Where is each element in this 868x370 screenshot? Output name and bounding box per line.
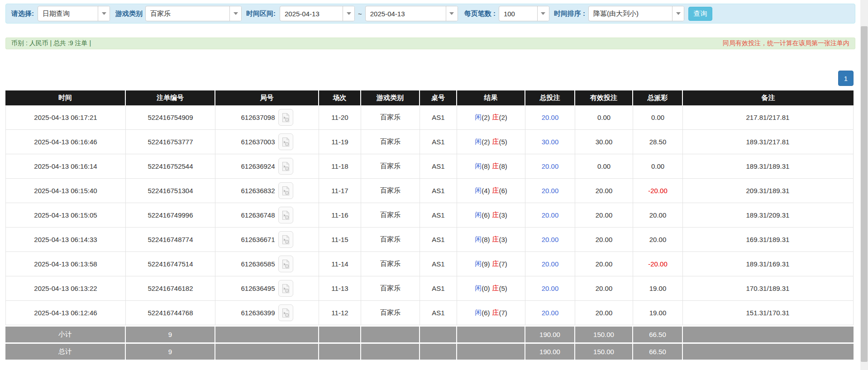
cell-time: 2025-04-13 06:15:40 bbox=[6, 179, 126, 203]
chevron-down-icon[interactable] bbox=[343, 6, 354, 21]
video-replay-button[interactable] bbox=[278, 109, 293, 126]
scrollbar-thumb[interactable] bbox=[861, 26, 868, 362]
cell-total-bet-link[interactable]: 20.00 bbox=[542, 162, 559, 170]
result-banker-label: 庄 bbox=[492, 162, 499, 171]
cell-session: 11-15 bbox=[319, 228, 361, 251]
total-cell-empty bbox=[361, 344, 420, 360]
cell-table-no: AS1 bbox=[420, 154, 457, 178]
header-game-type: 游戏类别 bbox=[361, 90, 420, 105]
cell-total-bet-link[interactable]: 20.00 bbox=[542, 114, 559, 121]
game-type-label: 游戏类别 bbox=[115, 9, 143, 18]
video-replay-button[interactable] bbox=[278, 256, 293, 272]
cell-game-type: 百家乐 bbox=[361, 203, 420, 227]
query-type-dropdown[interactable]: 日期查询 bbox=[38, 6, 110, 21]
video-icon bbox=[281, 161, 290, 171]
round-number: 612637003 bbox=[241, 138, 275, 146]
page-size-label: 每页笔数 : bbox=[464, 9, 496, 18]
table-header-row: 时间 注单编号 局号 场次 游戏类别 桌号 结果 总投注 有效投注 总派彩 备注 bbox=[5, 90, 854, 105]
result-banker-score: (7) bbox=[499, 309, 507, 317]
cell-bet-id: 522416744768 bbox=[126, 301, 215, 325]
time-range-label: 时间区间: bbox=[246, 9, 276, 18]
video-icon bbox=[281, 113, 290, 123]
cell-result: 闲(2)庄(2) bbox=[457, 105, 525, 129]
chevron-down-icon[interactable] bbox=[446, 6, 458, 21]
game-type-dropdown[interactable]: 百家乐 bbox=[145, 6, 242, 21]
video-replay-button[interactable] bbox=[278, 231, 293, 248]
cell-total-bet-link[interactable]: 20.00 bbox=[542, 260, 559, 268]
vertical-scrollbar[interactable] bbox=[860, 0, 868, 370]
cell-table-no: AS1 bbox=[420, 130, 457, 154]
cell-remark: 189.31/217.81 bbox=[683, 130, 853, 154]
cell-total-bet-link[interactable]: 20.00 bbox=[542, 309, 559, 317]
cell-game-type: 百家乐 bbox=[361, 154, 420, 178]
video-replay-button[interactable] bbox=[278, 280, 293, 297]
cell-remark: 189.31/209.31 bbox=[683, 203, 853, 227]
cell-result: 闲(2)庄(5) bbox=[457, 130, 525, 154]
cell-table-no: AS1 bbox=[420, 228, 457, 251]
cell-bet-id: 522416746182 bbox=[126, 276, 215, 300]
result-banker-label: 庄 bbox=[492, 186, 499, 195]
subtotal-total-payout: 66.50 bbox=[633, 327, 683, 342]
round-number: 612636671 bbox=[241, 236, 275, 243]
cell-session: 11-14 bbox=[319, 252, 361, 276]
date-from-input[interactable]: 2025-04-13 bbox=[280, 6, 355, 21]
pagination-page-1[interactable]: 1 bbox=[838, 71, 854, 86]
cell-bet-id: 522416752544 bbox=[126, 154, 215, 178]
cell-round-id: 612636671 bbox=[215, 228, 319, 251]
cell-valid-bet: 30.00 bbox=[575, 130, 633, 154]
round-number: 612636495 bbox=[241, 285, 275, 292]
cell-bet-id: 522416753777 bbox=[126, 130, 215, 154]
video-replay-button[interactable] bbox=[278, 182, 293, 199]
video-icon bbox=[281, 137, 290, 147]
result-player-label: 闲 bbox=[475, 260, 482, 268]
video-replay-button[interactable] bbox=[278, 207, 293, 223]
round-number: 612636924 bbox=[241, 162, 275, 170]
video-replay-button[interactable] bbox=[278, 304, 293, 321]
header-result: 结果 bbox=[457, 90, 525, 105]
search-button[interactable]: 查询 bbox=[688, 7, 712, 21]
cell-total-bet-link[interactable]: 20.00 bbox=[542, 187, 559, 194]
cell-time: 2025-04-13 06:17:21 bbox=[6, 105, 126, 129]
chevron-down-icon[interactable] bbox=[229, 6, 241, 21]
chevron-down-icon[interactable] bbox=[537, 6, 549, 21]
cell-remark: 170.31/189.31 bbox=[683, 276, 853, 300]
cell-session: 11-19 bbox=[319, 130, 361, 154]
cell-total-payout: 20.00 bbox=[633, 228, 683, 251]
cell-game-type: 百家乐 bbox=[361, 301, 420, 325]
cell-bet-id: 522416747514 bbox=[126, 252, 215, 276]
cell-round-id: 612636748 bbox=[215, 203, 319, 227]
cell-time: 2025-04-13 06:12:46 bbox=[6, 301, 126, 325]
table-row: 2025-04-13 06:15:05 522416749996 6126367… bbox=[6, 203, 853, 228]
cell-total-payout: -20.00 bbox=[633, 179, 683, 203]
grand-total-row: 总计 9 190.00 150.00 66.50 bbox=[5, 344, 854, 360]
chevron-down-icon[interactable] bbox=[672, 6, 684, 21]
result-banker-score: (6) bbox=[499, 187, 507, 194]
subtotal-count: 9 bbox=[126, 327, 215, 342]
video-replay-button[interactable] bbox=[278, 158, 293, 175]
cell-session: 11-16 bbox=[319, 203, 361, 227]
chevron-down-icon[interactable] bbox=[98, 6, 110, 21]
cell-total-payout: -20.00 bbox=[633, 252, 683, 276]
cell-total-payout: 0.00 bbox=[633, 154, 683, 178]
cell-remark: 151.31/170.31 bbox=[683, 301, 853, 325]
cell-total-payout: 0.00 bbox=[633, 105, 683, 129]
video-replay-button[interactable] bbox=[278, 133, 293, 150]
cell-game-type: 百家乐 bbox=[361, 179, 420, 203]
video-icon bbox=[281, 284, 290, 294]
cell-result: 闲(6)庄(3) bbox=[457, 203, 525, 227]
video-icon bbox=[281, 186, 290, 196]
cell-total-bet-link[interactable]: 20.00 bbox=[542, 236, 559, 243]
cell-total-bet-link[interactable]: 30.00 bbox=[542, 138, 559, 146]
subtotal-cell-empty bbox=[683, 327, 854, 342]
result-player-label: 闲 bbox=[475, 113, 482, 122]
round-number: 612636585 bbox=[241, 260, 275, 268]
video-icon bbox=[281, 235, 290, 245]
result-player-score: (2) bbox=[482, 138, 490, 146]
date-to-input[interactable]: 2025-04-13 bbox=[365, 6, 458, 21]
cell-total-bet-link[interactable]: 20.00 bbox=[542, 211, 559, 219]
round-number: 612636399 bbox=[241, 309, 275, 317]
result-player-label: 闲 bbox=[475, 162, 482, 171]
page-size-dropdown[interactable]: 100 bbox=[499, 6, 549, 21]
cell-total-bet-link[interactable]: 20.00 bbox=[542, 285, 559, 292]
time-sort-dropdown[interactable]: 降冪(由大到小) bbox=[588, 6, 684, 21]
